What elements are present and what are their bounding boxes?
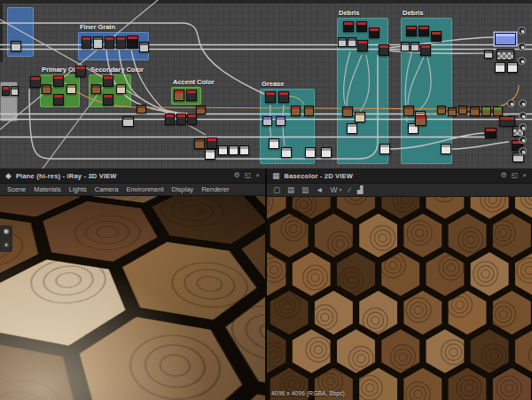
save-icon[interactable]: ▤ (287, 186, 294, 194)
graph-node[interactable] (431, 31, 442, 42)
light-icon[interactable]: ☀ (3, 242, 9, 249)
graph-node[interactable] (379, 44, 389, 56)
graph-node[interactable] (437, 106, 446, 114)
graph-node[interactable] (196, 106, 206, 114)
close-icon[interactable]: × (522, 172, 527, 179)
output-badge[interactable] (519, 99, 527, 107)
slash-icon[interactable]: ∕ (349, 186, 350, 194)
chevron-down-icon[interactable]: ▾ (340, 187, 342, 192)
output-badge[interactable] (519, 136, 527, 144)
graph-node[interactable] (262, 116, 272, 126)
graph-node[interactable] (419, 26, 429, 36)
graph-node[interactable] (495, 62, 505, 73)
graph-node[interactable] (470, 106, 480, 116)
graph-node[interactable] (369, 27, 379, 38)
graph-node[interactable] (127, 35, 138, 49)
graph-node[interactable] (305, 147, 316, 158)
menu-scene[interactable]: Scene (7, 185, 26, 193)
output-badge[interactable] (507, 99, 515, 107)
histogram-icon[interactable]: ▟ (357, 186, 364, 194)
output-badge[interactable] (518, 57, 526, 65)
render-canvas-2d[interactable]: 4096 x 4096 (RGBA, 8bpc) (267, 197, 532, 400)
menu-display[interactable]: Display (172, 185, 194, 193)
graph-node[interactable] (82, 36, 91, 49)
graph-node[interactable] (207, 137, 217, 149)
graph-node[interactable] (139, 42, 149, 52)
graph-node[interactable] (2, 86, 10, 96)
graph-node[interactable] (116, 84, 126, 94)
new-document-icon[interactable]: ▢ (273, 186, 280, 194)
graph-node[interactable] (11, 41, 21, 51)
graph-node[interactable] (401, 42, 410, 51)
graph-node[interactable] (66, 84, 76, 94)
graph-node[interactable] (415, 115, 426, 126)
graph-node[interactable] (458, 106, 467, 114)
graph-node[interactable] (495, 33, 516, 45)
output-badge[interactable] (518, 27, 526, 35)
node-graph-panel[interactable]: Finer Grain Primary Color Secondary Colo… (0, 0, 532, 169)
back-icon[interactable]: ◄ (316, 186, 323, 194)
copy-icon[interactable]: ▥ (301, 186, 309, 194)
graph-node[interactable] (281, 147, 292, 158)
graph-node[interactable] (497, 49, 514, 60)
graph-node[interactable] (187, 114, 197, 125)
output-badge[interactable] (518, 43, 526, 51)
graph-node[interactable] (403, 106, 414, 116)
graph-node[interactable] (265, 91, 276, 103)
float-window-icon[interactable]: ◱ (245, 172, 252, 179)
render-canvas-3d[interactable]: ◉ ☀ (0, 196, 265, 400)
graph-node[interactable] (343, 21, 354, 32)
menu-lights[interactable]: Lights (69, 185, 87, 193)
graph-node[interactable] (357, 40, 368, 51)
output-badge[interactable] (519, 123, 527, 131)
graph-node[interactable] (205, 149, 215, 160)
graph-node[interactable] (355, 112, 365, 122)
graph-node[interactable] (186, 90, 197, 101)
graph-node[interactable] (304, 106, 314, 116)
graph-node[interactable] (42, 84, 51, 94)
output-badge[interactable] (519, 112, 527, 120)
graph-node[interactable] (411, 42, 419, 51)
graph-node[interactable] (269, 138, 279, 149)
close-icon[interactable]: × (255, 172, 260, 179)
graph-node[interactable] (493, 106, 503, 116)
graph-node[interactable] (321, 147, 332, 158)
graph-node[interactable] (379, 144, 390, 154)
graph-node[interactable] (165, 114, 175, 125)
wrench-icon[interactable]: ⚙ (234, 172, 240, 179)
graph-node[interactable] (53, 94, 64, 106)
graph-node[interactable] (122, 116, 134, 127)
graph-node[interactable] (53, 75, 64, 87)
graph-node[interactable] (484, 50, 493, 59)
menu-materials[interactable]: Materials (34, 185, 60, 193)
graph-node[interactable] (481, 106, 491, 116)
graph-node[interactable] (441, 144, 451, 154)
graph-node[interactable] (239, 145, 249, 155)
graph-node[interactable] (174, 90, 184, 101)
menu-renderer[interactable]: Renderer (201, 185, 229, 193)
graph-node[interactable] (420, 44, 431, 56)
graph-node[interactable] (342, 106, 353, 117)
graph-node[interactable] (103, 75, 113, 87)
graph-node[interactable] (91, 84, 101, 94)
graph-node[interactable] (229, 145, 239, 155)
graph-node[interactable] (194, 138, 205, 149)
graph-node[interactable] (347, 123, 357, 134)
camera-icon[interactable]: ◉ (4, 228, 10, 235)
graph-node[interactable] (485, 128, 497, 138)
graph-node[interactable] (11, 86, 19, 96)
graph-node[interactable] (116, 36, 126, 49)
graph-node[interactable] (356, 21, 367, 32)
viewport-2d[interactable]: ▦ Basecolor - 2D VIEW ⚙ ◱ × ▢ ▤ ▥ ◄ W ▾ … (267, 169, 532, 400)
graph-node[interactable] (93, 36, 103, 49)
graph-node[interactable] (448, 107, 457, 116)
graph-node[interactable] (176, 114, 186, 125)
wrench-icon[interactable]: ⚙ (501, 172, 507, 179)
graph-node[interactable] (137, 105, 146, 114)
output-badge[interactable] (519, 147, 527, 155)
graph-node[interactable] (406, 26, 417, 36)
float-window-icon[interactable]: ◱ (512, 172, 519, 179)
graph-node[interactable] (75, 66, 86, 77)
graph-node[interactable] (338, 37, 347, 47)
menu-camera[interactable]: Camera (95, 185, 119, 193)
